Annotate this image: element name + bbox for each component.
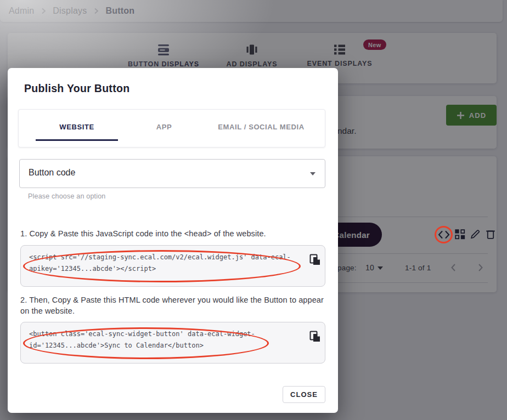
close-button[interactable]: CLOSE <box>283 386 325 403</box>
publish-target-tabs: WEBSITE APP EMAIL / SOCIAL MEDIA <box>18 109 325 147</box>
html-code-block: <button class='ecal-sync-widget-button' … <box>20 322 325 364</box>
script-code-text[interactable]: <script src='//staging-sync.ecal.com/v2/… <box>29 252 310 275</box>
step1-instruction: 1. Copy & Paste this JavaScript code int… <box>20 228 325 239</box>
copy-script-button[interactable] <box>308 253 323 267</box>
button-code-select[interactable]: Button code <box>19 159 325 188</box>
html-code-text[interactable]: <button class='ecal-sync-widget-button' … <box>29 328 310 351</box>
active-tab-indicator <box>36 139 118 141</box>
app-window: Admin Displays Button BUTTON DISPLAYS AD… <box>0 0 507 420</box>
copy-icon <box>308 330 323 343</box>
copy-icon <box>308 253 323 266</box>
chevron-down-icon <box>310 172 316 175</box>
select-helper-text: Please choose an option <box>28 192 106 200</box>
step2-instruction: 2. Then, Copy & Paste this HTML code whe… <box>20 294 325 316</box>
tab-website[interactable]: WEBSITE <box>59 123 94 131</box>
modal-title: Publish Your Button <box>24 82 129 95</box>
select-value: Button code <box>29 168 75 178</box>
script-code-block: <script src='//staging-sync.ecal.com/v2/… <box>20 245 325 287</box>
copy-html-button[interactable] <box>308 330 323 344</box>
publish-button-modal: Publish Your Button WEBSITE APP EMAIL / … <box>8 68 338 413</box>
tab-app[interactable]: APP <box>156 123 172 131</box>
tab-email-social[interactable]: EMAIL / SOCIAL MEDIA <box>218 123 304 131</box>
